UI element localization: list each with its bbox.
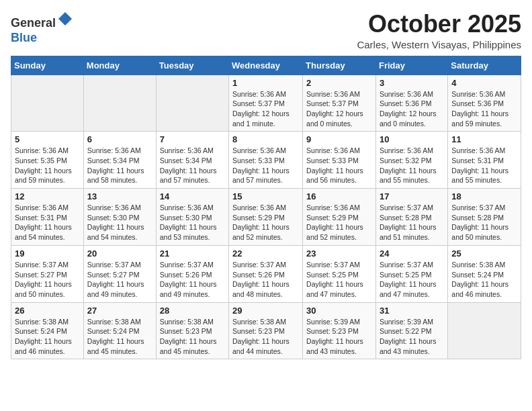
day-number: 8 <box>232 134 299 144</box>
day-number: 22 <box>232 248 299 259</box>
day-number: 29 <box>232 306 299 316</box>
day-number: 3 <box>380 78 444 88</box>
calendar-week-row: 19Sunrise: 5:37 AMSunset: 5:27 PMDayligh… <box>11 245 521 302</box>
day-number: 13 <box>87 191 152 201</box>
calendar-cell: 26Sunrise: 5:38 AMSunset: 5:24 PMDayligh… <box>11 302 84 359</box>
calendar-cell: 16Sunrise: 5:36 AMSunset: 5:29 PMDayligh… <box>303 189 376 246</box>
day-number: 11 <box>451 134 517 144</box>
day-number: 12 <box>15 191 80 201</box>
day-info: Sunrise: 5:36 AMSunset: 5:36 PMDaylight:… <box>380 89 444 129</box>
calendar-cell: 4Sunrise: 5:36 AMSunset: 5:36 PMDaylight… <box>448 75 521 132</box>
calendar-cell: 3Sunrise: 5:36 AMSunset: 5:36 PMDaylight… <box>375 75 447 132</box>
day-number: 16 <box>306 191 372 201</box>
day-number: 6 <box>87 134 152 144</box>
day-info: Sunrise: 5:36 AMSunset: 5:31 PMDaylight:… <box>15 203 80 242</box>
weekday-header-wednesday: Wednesday <box>229 56 303 75</box>
day-info: Sunrise: 5:36 AMSunset: 5:33 PMDaylight:… <box>306 146 372 185</box>
calendar-cell: 18Sunrise: 5:37 AMSunset: 5:28 PMDayligh… <box>448 189 521 246</box>
calendar-cell: 14Sunrise: 5:36 AMSunset: 5:30 PMDayligh… <box>156 189 228 246</box>
day-number: 26 <box>15 306 80 316</box>
day-info: Sunrise: 5:37 AMSunset: 5:26 PMDaylight:… <box>160 260 225 300</box>
calendar-week-row: 1Sunrise: 5:36 AMSunset: 5:37 PMDaylight… <box>11 75 521 132</box>
day-number: 1 <box>232 78 299 88</box>
calendar-cell: 12Sunrise: 5:36 AMSunset: 5:31 PMDayligh… <box>11 189 84 246</box>
day-info: Sunrise: 5:38 AMSunset: 5:24 PMDaylight:… <box>87 317 152 357</box>
calendar-cell: 5Sunrise: 5:36 AMSunset: 5:35 PMDaylight… <box>11 132 84 189</box>
day-info: Sunrise: 5:36 AMSunset: 5:37 PMDaylight:… <box>306 89 372 129</box>
calendar-cell <box>448 302 521 359</box>
calendar-cell: 2Sunrise: 5:36 AMSunset: 5:37 PMDaylight… <box>303 75 376 132</box>
weekday-header-sunday: Sunday <box>11 56 84 75</box>
day-info: Sunrise: 5:37 AMSunset: 5:25 PMDaylight:… <box>306 260 372 300</box>
day-info: Sunrise: 5:36 AMSunset: 5:34 PMDaylight:… <box>160 146 225 185</box>
day-number: 17 <box>380 191 444 201</box>
day-info: Sunrise: 5:36 AMSunset: 5:34 PMDaylight:… <box>87 146 152 185</box>
calendar-cell: 7Sunrise: 5:36 AMSunset: 5:34 PMDaylight… <box>156 132 228 189</box>
logo-blue: Blue <box>11 31 37 44</box>
calendar-week-row: 12Sunrise: 5:36 AMSunset: 5:31 PMDayligh… <box>11 189 521 246</box>
day-info: Sunrise: 5:36 AMSunset: 5:30 PMDaylight:… <box>87 203 152 242</box>
day-number: 5 <box>15 134 80 144</box>
day-number: 28 <box>160 306 225 316</box>
day-info: Sunrise: 5:37 AMSunset: 5:28 PMDaylight:… <box>380 203 444 242</box>
month-title: October 2025 <box>357 11 521 38</box>
day-number: 15 <box>232 191 299 201</box>
day-number: 7 <box>160 134 225 144</box>
weekday-header-row: SundayMondayTuesdayWednesdayThursdayFrid… <box>11 56 521 75</box>
day-number: 4 <box>451 78 517 88</box>
calendar-cell: 27Sunrise: 5:38 AMSunset: 5:24 PMDayligh… <box>83 302 156 359</box>
day-info: Sunrise: 5:37 AMSunset: 5:28 PMDaylight:… <box>451 203 517 242</box>
day-info: Sunrise: 5:36 AMSunset: 5:33 PMDaylight:… <box>232 146 299 185</box>
day-number: 19 <box>15 248 80 259</box>
logo: General Blue <box>11 11 73 45</box>
day-number: 27 <box>87 306 152 316</box>
weekday-header-friday: Friday <box>375 56 447 75</box>
calendar-cell <box>11 75 84 132</box>
calendar-cell: 9Sunrise: 5:36 AMSunset: 5:33 PMDaylight… <box>303 132 376 189</box>
day-info: Sunrise: 5:39 AMSunset: 5:22 PMDaylight:… <box>380 317 444 357</box>
calendar-cell <box>83 75 156 132</box>
day-number: 9 <box>306 134 372 144</box>
weekday-header-tuesday: Tuesday <box>156 56 228 75</box>
weekday-header-monday: Monday <box>83 56 156 75</box>
weekday-header-thursday: Thursday <box>303 56 376 75</box>
calendar-cell: 29Sunrise: 5:38 AMSunset: 5:23 PMDayligh… <box>229 302 303 359</box>
calendar-cell: 10Sunrise: 5:36 AMSunset: 5:32 PMDayligh… <box>375 132 447 189</box>
day-info: Sunrise: 5:37 AMSunset: 5:27 PMDaylight:… <box>15 260 80 300</box>
day-info: Sunrise: 5:38 AMSunset: 5:23 PMDaylight:… <box>160 317 225 357</box>
calendar-cell: 13Sunrise: 5:36 AMSunset: 5:30 PMDayligh… <box>83 189 156 246</box>
calendar-cell: 31Sunrise: 5:39 AMSunset: 5:22 PMDayligh… <box>375 302 447 359</box>
day-info: Sunrise: 5:36 AMSunset: 5:37 PMDaylight:… <box>232 89 299 129</box>
day-number: 31 <box>380 306 444 316</box>
calendar-table: SundayMondayTuesdayWednesdayThursdayFrid… <box>11 56 521 360</box>
day-info: Sunrise: 5:38 AMSunset: 5:24 PMDaylight:… <box>451 260 517 300</box>
calendar-cell: 15Sunrise: 5:36 AMSunset: 5:29 PMDayligh… <box>229 189 303 246</box>
day-number: 21 <box>160 248 225 259</box>
day-number: 24 <box>380 248 444 259</box>
logo-general: General <box>11 16 56 30</box>
day-info: Sunrise: 5:37 AMSunset: 5:27 PMDaylight:… <box>87 260 152 300</box>
calendar-cell: 30Sunrise: 5:39 AMSunset: 5:23 PMDayligh… <box>303 302 376 359</box>
day-number: 2 <box>306 78 372 88</box>
day-info: Sunrise: 5:36 AMSunset: 5:35 PMDaylight:… <box>15 146 80 185</box>
calendar-cell: 23Sunrise: 5:37 AMSunset: 5:25 PMDayligh… <box>303 245 376 302</box>
calendar-cell: 20Sunrise: 5:37 AMSunset: 5:27 PMDayligh… <box>83 245 156 302</box>
calendar-cell: 17Sunrise: 5:37 AMSunset: 5:28 PMDayligh… <box>375 189 447 246</box>
calendar-cell: 6Sunrise: 5:36 AMSunset: 5:34 PMDaylight… <box>83 132 156 189</box>
calendar-cell <box>156 75 228 132</box>
calendar-cell: 22Sunrise: 5:37 AMSunset: 5:26 PMDayligh… <box>229 245 303 302</box>
calendar-cell: 28Sunrise: 5:38 AMSunset: 5:23 PMDayligh… <box>156 302 228 359</box>
day-number: 25 <box>451 248 517 259</box>
day-number: 10 <box>380 134 444 144</box>
day-number: 18 <box>451 191 517 201</box>
day-number: 23 <box>306 248 372 259</box>
day-info: Sunrise: 5:37 AMSunset: 5:25 PMDaylight:… <box>380 260 444 300</box>
calendar-week-row: 26Sunrise: 5:38 AMSunset: 5:24 PMDayligh… <box>11 302 521 359</box>
title-block: October 2025 Carles, Western Visayas, Ph… <box>357 11 521 50</box>
location-subtitle: Carles, Western Visayas, Philippines <box>357 39 521 50</box>
calendar-cell: 19Sunrise: 5:37 AMSunset: 5:27 PMDayligh… <box>11 245 84 302</box>
calendar-cell: 25Sunrise: 5:38 AMSunset: 5:24 PMDayligh… <box>448 245 521 302</box>
logo-icon <box>57 11 73 27</box>
day-info: Sunrise: 5:36 AMSunset: 5:29 PMDaylight:… <box>306 203 372 242</box>
day-info: Sunrise: 5:36 AMSunset: 5:32 PMDaylight:… <box>380 146 444 185</box>
